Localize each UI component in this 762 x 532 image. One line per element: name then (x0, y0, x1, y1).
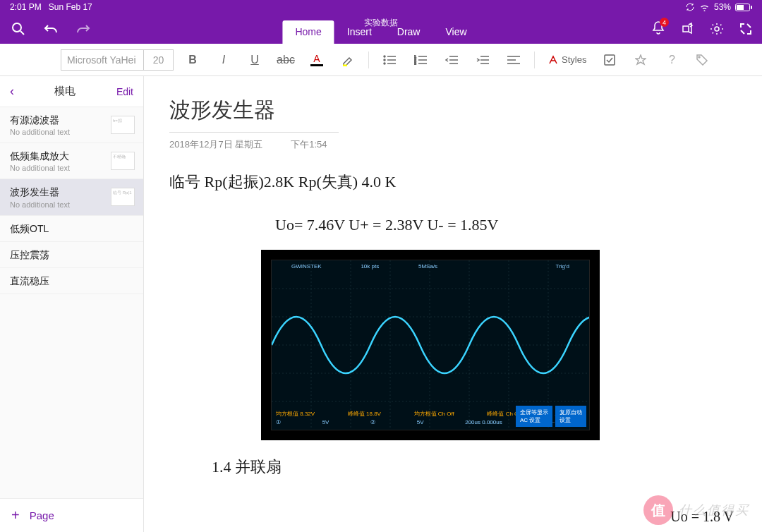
share-icon[interactable] (680, 22, 694, 36)
formatting-ribbon: Microsoft YaHei 20 B I U abc A 123 Style… (0, 44, 762, 76)
note-time: 下午1:54 (291, 138, 327, 151)
ribbon-tabs: Home Insert Draw View (282, 20, 479, 44)
page-item[interactable]: 有源滤波器No additional text h=拟 (0, 107, 143, 143)
scope-buttons: 全屏等显示 AC 设置 复原自动 设置 (516, 406, 586, 427)
scope-btn-ac: 全屏等显示 AC 设置 (516, 406, 552, 427)
svg-point-8 (384, 59, 385, 61)
scope-waveform (272, 260, 589, 430)
page-title: 低频集成放大 (10, 150, 111, 162)
note-canvas[interactable]: 波形发生器 2018年12月7日 星期五 下午1:54 临号 Rp(起振)2.8… (144, 76, 762, 532)
page-title: 低频OTL (10, 222, 135, 235)
watermark-icon: 值 (643, 495, 673, 525)
settings-icon[interactable] (710, 22, 724, 36)
tags-button[interactable] (691, 49, 715, 71)
wifi-icon (699, 4, 710, 11)
status-time: 2:01 PM (10, 2, 42, 12)
oscilloscope-image: GWINSTEK 10k pts 5MSa/s Trig'd 均方根值 8.32… (261, 250, 600, 440)
app-header: 实验数据 Home Insert Draw View 4 (0, 14, 762, 44)
svg-point-28 (698, 56, 700, 58)
note-metadata: 2018年12月7日 星期五 下午1:54 (169, 138, 762, 151)
tab-view[interactable]: View (433, 20, 479, 44)
page-subtitle: No additional text (10, 200, 111, 209)
sync-icon (685, 3, 695, 11)
align-button[interactable] (502, 49, 526, 71)
tag-question-button[interactable]: ? (660, 49, 684, 71)
font-name-field[interactable]: Microsoft YaHei (61, 54, 143, 66)
underline-button[interactable]: U (243, 49, 267, 71)
tag-star-button[interactable] (629, 49, 653, 71)
highlight-button[interactable] (336, 49, 360, 71)
page-title: 波形发生器 (10, 186, 111, 198)
svg-point-5 (715, 27, 719, 31)
styles-button[interactable]: Styles (543, 54, 591, 66)
styles-icon (548, 54, 559, 66)
battery-icon (735, 4, 752, 11)
todo-button[interactable] (598, 49, 622, 71)
svg-rect-1 (737, 5, 744, 10)
page-item[interactable]: 低频OTL (0, 216, 143, 242)
page-title: 直流稳压 (10, 274, 135, 287)
notification-badge: 4 (660, 18, 669, 27)
page-thumbnail: 临号 Rp(1 (111, 188, 135, 206)
title-divider (169, 132, 339, 133)
status-date: Sun Feb 17 (49, 2, 92, 12)
strikethrough-button[interactable]: abc (274, 49, 298, 71)
handwriting-line: 1.4 并联扇 (212, 454, 762, 479)
scope-top-bar: GWINSTEK 10k pts 5MSa/s Trig'd (272, 263, 589, 273)
page-item[interactable]: 波形发生器No additional text 临号 Rp(1 (0, 179, 143, 215)
tab-draw[interactable]: Draw (385, 20, 433, 44)
page-thumbnail: h=拟 (111, 116, 135, 134)
svg-point-3 (13, 23, 21, 32)
styles-label: Styles (562, 54, 586, 65)
bold-button[interactable]: B (181, 49, 205, 71)
handwriting-line: 临号 Rp(起振)2.8K Rp(失真) 4.0 K (169, 169, 762, 194)
status-right: 53% (685, 2, 752, 12)
page-title: 压控震荡 (10, 248, 135, 261)
scope-brand: GWINSTEK (291, 263, 322, 273)
search-icon[interactable] (11, 22, 25, 36)
page-list: 有源滤波器No additional text h=拟 低频集成放大No add… (0, 107, 143, 498)
notebook-title: 模电 (54, 85, 75, 98)
page-item[interactable]: 低频集成放大No additional text 不精确 (0, 143, 143, 179)
notifications-button[interactable]: 4 (652, 20, 665, 37)
svg-text:3: 3 (414, 61, 416, 65)
page-thumbnail: 不精确 (111, 152, 135, 170)
numbered-list-button[interactable]: 123 (409, 49, 433, 71)
handwriting-line: Uo = 1.8 V (670, 505, 734, 528)
page-subtitle: No additional text (10, 164, 111, 172)
page-subtitle: No additional text (10, 128, 111, 136)
font-color-button[interactable]: A (305, 49, 329, 71)
redo-icon[interactable] (76, 23, 90, 35)
tab-home[interactable]: Home (282, 20, 334, 44)
note-title[interactable]: 波形发生器 (169, 96, 762, 125)
scope-btn-auto: 复原自动 设置 (555, 406, 586, 427)
svg-point-10 (384, 63, 385, 64)
outdent-button[interactable] (440, 49, 464, 71)
svg-point-6 (384, 56, 385, 57)
tab-insert[interactable]: Insert (334, 20, 385, 44)
page-item[interactable]: 直流稳压 (0, 268, 143, 294)
page-sidebar: ‹ 模电 Edit 有源滤波器No additional text h=拟 低频… (0, 76, 144, 532)
add-page-label: Page (30, 509, 54, 521)
svg-rect-2 (751, 6, 752, 9)
undo-icon[interactable] (44, 23, 58, 35)
plus-icon: + (11, 507, 20, 524)
svg-line-4 (20, 31, 24, 35)
note-date: 2018年12月7日 星期五 (169, 138, 262, 151)
add-page-button[interactable]: + Page (0, 498, 143, 532)
page-item[interactable]: 压控震荡 (0, 242, 143, 268)
back-button[interactable]: ‹ (10, 84, 14, 99)
bullet-list-button[interactable] (377, 49, 401, 71)
italic-button[interactable]: I (212, 49, 236, 71)
fullscreen-icon[interactable] (739, 23, 752, 35)
font-selector[interactable]: Microsoft YaHei 20 (61, 49, 174, 71)
svg-rect-27 (605, 55, 615, 65)
ios-status-bar: 2:01 PM Sun Feb 17 53% (0, 0, 762, 14)
handwriting-line: Uo= 7.46V U+ = 2.38V U- = 1.85V (275, 212, 762, 237)
status-left: 2:01 PM Sun Feb 17 (10, 2, 92, 12)
page-title: 有源滤波器 (10, 114, 111, 126)
edit-button[interactable]: Edit (116, 86, 133, 97)
battery-percent: 53% (714, 2, 731, 12)
indent-button[interactable] (471, 49, 495, 71)
font-size-field[interactable]: 20 (143, 49, 173, 71)
